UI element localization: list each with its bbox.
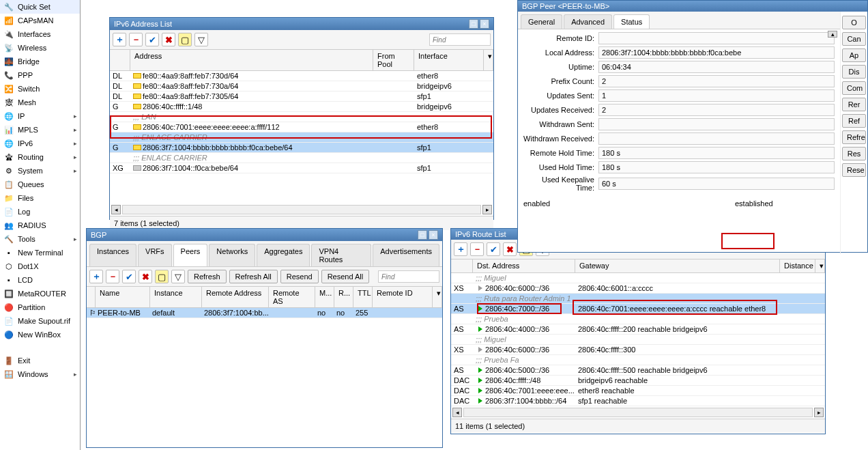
close-icon[interactable]: × <box>480 19 489 29</box>
tab-instances[interactable]: Instances <box>89 244 136 266</box>
button-res[interactable]: Res <box>842 147 866 160</box>
sidebar-item-exit[interactable]: 🚪Exit <box>0 354 80 367</box>
scrollbar[interactable] <box>463 408 813 417</box>
table-row[interactable]: DAC2806:40c:7001:eeee:eee...ether8 reach… <box>451 386 825 396</box>
scroll-left[interactable]: ◂ <box>111 205 121 214</box>
scrollbar[interactable] <box>122 205 481 214</box>
sidebar-item-queues[interactable]: 📋Queues <box>0 178 80 191</box>
disable-button[interactable]: ✖ <box>162 33 175 46</box>
scroll-right[interactable]: ▸ <box>482 205 492 214</box>
table-row[interactable]: ;;; Prueba <box>451 314 825 324</box>
col-m[interactable]: M... <box>315 287 334 307</box>
sidebar-item-metarouter[interactable]: 🔲MetaROUTER <box>0 287 80 300</box>
table-row[interactable]: G2806:3f7:1004:bbbb:bbbb:bbbb:f0ca:bebe/… <box>110 143 493 153</box>
button-can[interactable]: Can <box>842 32 866 46</box>
tab-aggregates[interactable]: Aggregates <box>257 244 310 266</box>
col-gateway[interactable]: Gateway <box>575 259 780 272</box>
sidebar-item-files[interactable]: 📁Files <box>0 191 80 205</box>
sidebar-item-wireless[interactable]: 📡Wireless <box>0 41 80 55</box>
sidebar-item-windows[interactable]: 🪟Windows▸ <box>0 367 80 381</box>
find-input[interactable] <box>378 270 439 283</box>
remove-button[interactable]: － <box>106 270 119 283</box>
close-icon[interactable]: × <box>429 230 438 240</box>
button-ref[interactable]: Ref <box>842 114 866 128</box>
col-remote-as[interactable]: Remote AS <box>269 287 315 307</box>
refresh-all-button[interactable]: Refresh All <box>229 270 278 283</box>
enable-button[interactable]: ✔ <box>487 242 500 256</box>
sidebar-item-routing[interactable]: 🛣Routing▸ <box>0 150 80 164</box>
button-com[interactable]: Com <box>842 81 866 95</box>
col-instance[interactable]: Instance <box>150 287 202 307</box>
table-row[interactable]: AS2806:40c:5000::/362806:40c:ffff::500 r… <box>451 365 825 376</box>
table-row[interactable]: G2806:40c:7001:eeee:eeee:eeee:a:ffff/112… <box>110 122 493 132</box>
col-r[interactable]: R... <box>334 287 353 307</box>
table-row[interactable]: ;;; Ruta para Router Admin 1 <box>451 294 825 304</box>
tab-vpn4 routes[interactable]: VPN4 Routes <box>311 244 371 266</box>
table-row[interactable]: ;;; Miguel <box>451 335 825 345</box>
sidebar-item-ip[interactable]: 🌐IP▸ <box>0 109 80 123</box>
sidebar-item-lcd[interactable]: ▪LCD <box>0 273 80 287</box>
tab-advanced[interactable]: Advanced <box>564 14 612 29</box>
sidebar-item-ppp[interactable]: 📞PPP <box>0 68 80 82</box>
button-ap[interactable]: Ap <box>842 48 866 62</box>
sidebar-item-log[interactable]: 📄Log <box>0 205 80 219</box>
sidebar-item-mesh[interactable]: 🕸Mesh <box>0 96 80 109</box>
tab-advertisements[interactable]: Advertisements <box>373 244 439 266</box>
sidebar-item-tools[interactable]: 🔨Tools▸ <box>0 232 80 246</box>
sidebar-item-new-terminal[interactable]: ▪New Terminal <box>0 246 80 259</box>
table-row[interactable]: AS2806:40c:4000::/362806:40c:ffff::200 r… <box>451 324 825 335</box>
disable-button[interactable]: ✖ <box>139 270 152 283</box>
table-row[interactable]: DLfe80::4aa9:8aff:feb7:730a/64bridgeipv6 <box>110 81 493 92</box>
table-row[interactable]: ;;; Prueba Fa <box>451 355 825 365</box>
resend-button[interactable]: Resend <box>280 270 319 283</box>
sidebar-item-dot1x[interactable]: ⬡Dot1X <box>0 259 80 273</box>
table-row[interactable]: DLfe80::4aa9:8aff:feb7:730d/64ether8 <box>110 71 493 81</box>
sidebar-item-make-supout.rif[interactable]: 📄Make Supout.rif <box>0 314 80 328</box>
filter-button[interactable]: ▽ <box>194 33 208 46</box>
remove-button[interactable]: － <box>129 33 143 46</box>
sidebar-item-new-winbox[interactable]: 🔵New WinBox <box>0 328 80 341</box>
add-button[interactable]: ＋ <box>89 270 103 283</box>
tab-peers[interactable]: Peers <box>173 244 208 266</box>
col-ttl[interactable]: TTL <box>353 287 373 307</box>
tab-status[interactable]: Status <box>613 14 650 29</box>
scroll-right[interactable]: ▸ <box>814 408 824 417</box>
add-button[interactable]: ＋ <box>454 242 467 256</box>
table-row[interactable]: DAC2806:3f7:1004:bbbb::/64sfp1 reachable <box>451 396 825 406</box>
comment-button[interactable]: ▢ <box>178 33 192 46</box>
button-refre[interactable]: Refre <box>842 130 866 144</box>
filter-button[interactable]: ▽ <box>171 270 185 283</box>
sidebar-item-system[interactable]: ⚙System▸ <box>0 164 80 178</box>
sidebar-item-ipv6[interactable]: 🌐IPv6▸ <box>0 137 80 150</box>
sidebar-item-quick-set[interactable]: 🔧Quick Set <box>0 0 80 14</box>
tab-vrfs[interactable]: VRFs <box>138 244 172 266</box>
enable-button[interactable]: ✔ <box>145 33 159 46</box>
sidebar-item-switch[interactable]: 🔀Switch <box>0 82 80 96</box>
scroll-up[interactable]: ▴ <box>828 31 837 38</box>
scroll-left[interactable]: ◂ <box>452 408 462 417</box>
col-distance[interactable]: Distance <box>780 259 815 272</box>
tab-networks[interactable]: Networks <box>209 244 255 266</box>
table-row[interactable]: XS2806:40c:6000::/362806:40c:ffff::300 <box>451 345 825 355</box>
sidebar-item-bridge[interactable]: 🌉Bridge <box>0 55 80 68</box>
table-row[interactable]: G2806:40c:ffff::1/48bridgeipv6 <box>110 102 493 112</box>
button-rer[interactable]: Rer <box>842 98 866 111</box>
table-row[interactable]: XG2806:3f7:1004::f0ca:bebe/64sfp1 <box>110 163 493 173</box>
col-remote-addr[interactable]: Remote Address <box>202 287 269 307</box>
table-row[interactable]: DLfe80::4aa9:8aff:feb7:7305/64sfp1 <box>110 92 493 102</box>
button-rese[interactable]: Rese <box>842 163 866 177</box>
enable-button[interactable]: ✔ <box>122 270 136 283</box>
tab-general[interactable]: General <box>521 14 562 29</box>
table-row[interactable]: XS2806:40c:6000::/362806:40c:6001::a:ccc… <box>451 283 825 294</box>
button-o[interactable]: O <box>842 16 866 29</box>
sidebar-item-partition[interactable]: 🔴Partition <box>0 300 80 314</box>
col-interface[interactable]: Interface <box>414 50 484 70</box>
col-pool[interactable]: From Pool <box>373 50 414 70</box>
find-input[interactable] <box>429 33 491 46</box>
remove-button[interactable]: － <box>470 242 484 256</box>
col-address[interactable]: Address <box>130 50 373 70</box>
sidebar-item-mpls[interactable]: 📊MPLS▸ <box>0 123 80 137</box>
comment-button[interactable]: ▢ <box>155 270 169 283</box>
table-row[interactable]: ;;; ENLACE CARRIER <box>110 153 493 163</box>
table-row[interactable]: ;;; LAN <box>110 112 493 122</box>
